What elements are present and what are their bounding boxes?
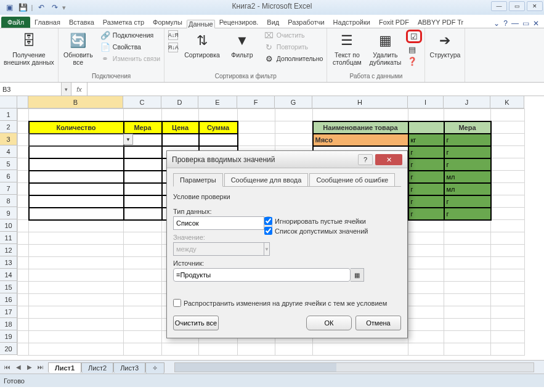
col-header[interactable]: J: [444, 96, 490, 108]
row-header[interactable]: 9: [0, 207, 17, 219]
col-header[interactable]: K: [490, 96, 524, 108]
cell[interactable]: Мера: [124, 121, 162, 134]
row-header[interactable]: 11: [0, 232, 17, 244]
sort-button[interactable]: ⇅ Сортировка: [183, 30, 221, 60]
clear-all-button[interactable]: Очистить все: [173, 316, 219, 330]
tab-review[interactable]: Рецензиров.: [215, 17, 263, 28]
name-box-dropdown[interactable]: ▾: [62, 83, 71, 96]
reapply-button[interactable]: ↻Повторить: [263, 41, 325, 52]
sort-az-button[interactable]: А↓Я: [167, 30, 179, 41]
fx-label[interactable]: fx: [71, 83, 87, 96]
dialog-help-button[interactable]: ?: [358, 154, 373, 165]
cell-dropdown-arrow[interactable]: ▼: [123, 134, 133, 145]
select-all-corner[interactable]: [0, 96, 17, 108]
col-header[interactable]: C: [123, 96, 161, 108]
cell[interactable]: Цена: [162, 121, 199, 134]
redo-icon[interactable]: ↷: [48, 1, 62, 14]
col-header[interactable]: E: [198, 96, 237, 108]
sheet-nav-first[interactable]: ⏮: [2, 364, 12, 370]
cell[interactable]: Сумма: [199, 121, 238, 134]
cancel-button[interactable]: Отмена: [355, 316, 401, 330]
dialog-tab-params[interactable]: Параметры: [173, 173, 223, 187]
qat-dropdown[interactable]: ▾: [62, 4, 67, 12]
row-header[interactable]: 6: [0, 170, 17, 182]
col-header[interactable]: B: [28, 96, 123, 108]
tab-home[interactable]: Главная: [30, 17, 65, 28]
cell[interactable]: кг: [408, 134, 444, 146]
row-header[interactable]: 7: [0, 182, 17, 195]
window-close-inner[interactable]: ✕: [533, 19, 539, 28]
tab-formulas[interactable]: Формулы: [148, 17, 187, 28]
row-header[interactable]: 17: [0, 306, 17, 318]
row-header[interactable]: 18: [0, 318, 17, 330]
tab-insert[interactable]: Вставка: [65, 17, 99, 28]
cell[interactable]: Наименование товара: [313, 121, 408, 134]
row-header[interactable]: 15: [0, 281, 17, 293]
row-header[interactable]: 16: [0, 293, 17, 306]
tab-addins[interactable]: Надстройки: [329, 17, 375, 28]
horizontal-scrollbar[interactable]: [174, 362, 534, 372]
dialog-tab-inputmsg[interactable]: Сообщение для ввода: [224, 173, 309, 187]
connections-button[interactable]: 🔗Подключения: [99, 30, 161, 41]
row-header[interactable]: 2: [0, 121, 17, 133]
row-header[interactable]: 5: [0, 158, 17, 170]
row-header[interactable]: 13: [0, 256, 17, 269]
type-combo[interactable]: ▼: [173, 216, 254, 230]
tab-abbyy[interactable]: ABBYY PDF Tr: [413, 17, 468, 28]
row-header[interactable]: 4: [0, 145, 17, 158]
col-header[interactable]: F: [237, 96, 275, 108]
sort-za-button[interactable]: Я↓А: [167, 42, 179, 53]
text-to-columns-button[interactable]: ☰ Текст по столбцам: [330, 30, 364, 67]
maximize-button[interactable]: ▭: [509, 1, 525, 11]
sheet-tab[interactable]: Лист1: [48, 362, 81, 373]
source-input[interactable]: [173, 268, 351, 282]
window-restore-inner[interactable]: ▭: [522, 19, 529, 28]
formula-input[interactable]: [87, 83, 544, 96]
sheet-tab[interactable]: Лист3: [113, 362, 145, 373]
cell-B3[interactable]: [29, 134, 124, 146]
dialog-close-button[interactable]: ✕: [375, 154, 402, 165]
tab-foxit[interactable]: Foxit PDF: [375, 17, 413, 28]
sheet-nav-last[interactable]: ⏭: [36, 364, 46, 370]
filter-button[interactable]: ▼ Фильтр: [225, 30, 259, 60]
tab-view[interactable]: Вид: [262, 17, 283, 28]
cell[interactable]: Мера: [444, 121, 491, 134]
row-header[interactable]: 1: [0, 108, 17, 121]
row-header[interactable]: 20: [0, 343, 17, 355]
row-header[interactable]: 19: [0, 330, 17, 343]
data-validation-button[interactable]: ☑: [406, 30, 422, 43]
col-header[interactable]: [17, 96, 28, 108]
row-header[interactable]: 14: [0, 269, 17, 281]
consolidate-button[interactable]: ▤: [406, 44, 422, 55]
refresh-all-button[interactable]: 🔄 Обновить все: [61, 30, 95, 67]
row-header[interactable]: 12: [0, 244, 17, 256]
clear-filter-button[interactable]: ⌧Очистить: [263, 30, 325, 41]
ignore-blank-check[interactable]: Игнорировать пустые ячейки: [264, 217, 368, 225]
tab-developer[interactable]: Разработчи: [283, 17, 328, 28]
get-external-data-button[interactable]: 🗄 Получение внешних данных: [2, 30, 55, 67]
cell[interactable]: г: [444, 134, 491, 146]
properties-button[interactable]: 📄Свойства: [99, 41, 161, 52]
col-header[interactable]: D: [161, 96, 198, 108]
file-tab[interactable]: Файл: [1, 17, 30, 28]
window-min-inner[interactable]: —: [511, 19, 519, 28]
col-header[interactable]: H: [312, 96, 408, 108]
dropdown-list-check[interactable]: Список допустимых значений: [264, 227, 368, 235]
col-header[interactable]: G: [275, 96, 312, 108]
what-if-button[interactable]: ❓: [406, 55, 422, 67]
minimize-button[interactable]: —: [491, 1, 507, 11]
ribbon-min-icon[interactable]: ⌄: [493, 19, 500, 28]
sheet-nav-next[interactable]: ▶: [25, 364, 35, 370]
sheet-tab[interactable]: Лист2: [81, 362, 113, 373]
type-input[interactable]: [173, 216, 264, 230]
row-header[interactable]: 10: [0, 219, 17, 232]
cell[interactable]: Мясо: [313, 134, 408, 146]
undo-icon[interactable]: ↶: [35, 1, 48, 14]
dialog-tab-errormsg[interactable]: Сообщение об ошибке: [309, 173, 395, 187]
tab-data[interactable]: Данные: [187, 20, 215, 28]
help-icon[interactable]: ?: [503, 19, 508, 28]
spread-check[interactable]: Распространить изменения на другие ячейк…: [173, 299, 401, 307]
ok-button[interactable]: ОК: [306, 316, 352, 330]
col-header[interactable]: I: [408, 96, 444, 108]
close-button[interactable]: ✕: [527, 1, 543, 11]
